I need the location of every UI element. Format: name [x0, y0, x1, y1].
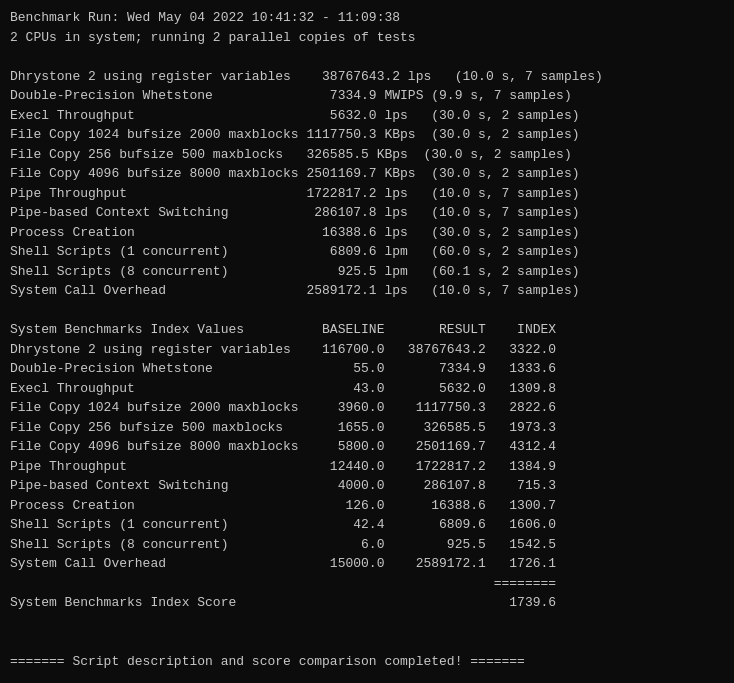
table-row-5: File Copy 4096 bufsize 8000 maxblocks 58… — [10, 439, 556, 454]
table-row-6: Pipe Throughput 12440.0 1722817.2 1384.9 — [10, 459, 556, 474]
bench-row-1: Double-Precision Whetstone 7334.9 MWIPS … — [10, 88, 572, 103]
table-row-0: Dhrystone 2 using register variables 116… — [10, 342, 556, 357]
completion-line: ======= Script description and score com… — [10, 654, 525, 669]
bench-row-11: System Call Overhead 2589172.1 lps (10.0… — [10, 283, 580, 298]
table-row-1: Double-Precision Whetstone 55.0 7334.9 1… — [10, 361, 556, 376]
table-row-9: Shell Scripts (1 concurrent) 42.4 6809.6… — [10, 517, 556, 532]
table-row-10: Shell Scripts (8 concurrent) 6.0 925.5 1… — [10, 537, 556, 552]
bench-row-8: Process Creation 16388.6 lps (30.0 s, 2 … — [10, 225, 580, 240]
bench-row-10: Shell Scripts (8 concurrent) 925.5 lpm (… — [10, 264, 580, 279]
bench-row-4: File Copy 256 bufsize 500 maxblocks 3265… — [10, 147, 572, 162]
table-row-7: Pipe-based Context Switching 4000.0 2861… — [10, 478, 556, 493]
benchmark-output: Benchmark Run: Wed May 04 2022 10:41:32 … — [10, 8, 724, 671]
table-row-3: File Copy 1024 bufsize 2000 maxblocks 39… — [10, 400, 556, 415]
bench-row-2: Execl Throughput 5632.0 lps (30.0 s, 2 s… — [10, 108, 580, 123]
bench-row-7: Pipe-based Context Switching 286107.8 lp… — [10, 205, 580, 220]
bench-row-3: File Copy 1024 bufsize 2000 maxblocks 11… — [10, 127, 580, 142]
bench-row-6: Pipe Throughput 1722817.2 lps (10.0 s, 7… — [10, 186, 580, 201]
bench-row-0: Dhrystone 2 using register variables 387… — [10, 69, 603, 84]
table-row-4: File Copy 256 bufsize 500 maxblocks 1655… — [10, 420, 556, 435]
table-header: System Benchmarks Index Values BASELINE … — [10, 322, 556, 337]
score-row: System Benchmarks Index Score 1739.6 — [10, 595, 556, 610]
bench-row-5: File Copy 4096 bufsize 8000 maxblocks 25… — [10, 166, 580, 181]
table-row-11: System Call Overhead 15000.0 2589172.1 1… — [10, 556, 556, 571]
header-line2: 2 CPUs in system; running 2 parallel cop… — [10, 30, 416, 45]
header-line1: Benchmark Run: Wed May 04 2022 10:41:32 … — [10, 10, 400, 25]
bench-row-9: Shell Scripts (1 concurrent) 6809.6 lpm … — [10, 244, 580, 259]
table-row-2: Execl Throughput 43.0 5632.0 1309.8 — [10, 381, 556, 396]
table-row-8: Process Creation 126.0 16388.6 1300.7 — [10, 498, 556, 513]
equals-line: ======== — [10, 576, 556, 591]
